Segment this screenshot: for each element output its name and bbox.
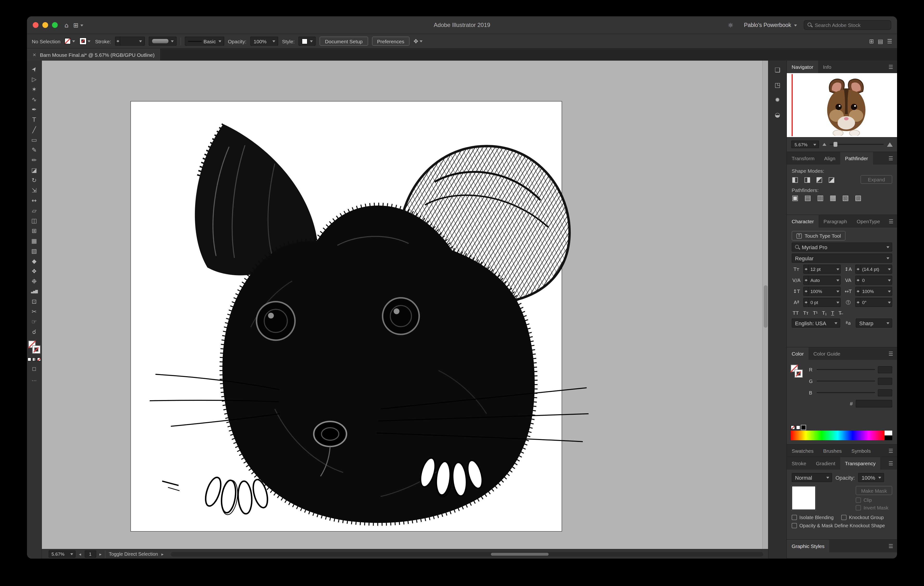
- tool-symbol-sprayer[interactable]: ❉: [27, 276, 41, 286]
- b-slider-row[interactable]: B: [809, 387, 892, 398]
- font-style-dropdown[interactable]: Regular: [792, 253, 892, 263]
- tool-rotate[interactable]: ↻: [27, 175, 41, 185]
- panel-menu-icon[interactable]: ☰: [884, 540, 897, 552]
- tool-perspective-grid[interactable]: ⊞: [27, 226, 41, 236]
- stepper[interactable]: [855, 287, 860, 295]
- pathfinder-minus-back[interactable]: ▨: [855, 194, 861, 202]
- format-underline[interactable]: T̲: [831, 310, 834, 316]
- stroke-control[interactable]: [80, 38, 91, 44]
- tool-column-graph[interactable]: ▃▅▇: [27, 286, 41, 296]
- tool-free-transform[interactable]: ▱: [27, 206, 41, 216]
- kerning-control[interactable]: V/A Auto: [792, 276, 840, 285]
- white-swatch[interactable]: [796, 425, 800, 430]
- panel-menu-icon[interactable]: ☰: [885, 215, 897, 227]
- tab-color-guide[interactable]: Color Guide: [808, 347, 845, 360]
- tab-align[interactable]: Align: [819, 152, 840, 165]
- isolate-blending-checkbox[interactable]: Isolate Blending: [792, 515, 833, 520]
- workspace-switcher-icon[interactable]: ▤: [878, 38, 883, 44]
- zoom-out-icon[interactable]: [822, 143, 826, 146]
- object-thumbnail[interactable]: [792, 486, 816, 510]
- format-subscript[interactable]: T₁: [822, 310, 827, 316]
- vertical-scrollbar[interactable]: [762, 61, 768, 549]
- fill-stroke-indicator[interactable]: [791, 365, 802, 377]
- zoom-level-dropdown[interactable]: 5.67%: [49, 550, 76, 558]
- tab-character[interactable]: Character: [787, 215, 818, 227]
- stepper[interactable]: [855, 276, 860, 284]
- g-slider-track[interactable]: [817, 380, 875, 382]
- tab-paragraph[interactable]: Paragraph: [818, 215, 852, 227]
- baseline-shift-control[interactable]: Aª 0 pt: [792, 298, 840, 307]
- panel-menu-icon[interactable]: ☰: [884, 457, 897, 469]
- tool-hand[interactable]: ☞: [27, 316, 41, 327]
- width-profile-dropdown[interactable]: [149, 36, 177, 46]
- gradient-button[interactable]: [32, 357, 36, 361]
- tool-mesh[interactable]: ▦: [27, 236, 41, 246]
- expand-button[interactable]: Expand: [861, 175, 892, 184]
- b-value-field[interactable]: [878, 389, 892, 396]
- dock-icon-asset-export[interactable]: ◳: [775, 81, 780, 89]
- stroke-swatch[interactable]: [33, 346, 40, 353]
- tab-swatches[interactable]: Swatches: [787, 444, 818, 457]
- make-mask-button[interactable]: Make Mask: [856, 486, 892, 495]
- leading-control[interactable]: ↕A (14.4 pt): [843, 265, 892, 274]
- stroke-swatch[interactable]: [80, 38, 86, 44]
- r-slider-row[interactable]: R: [809, 364, 892, 375]
- stepper[interactable]: [804, 265, 808, 273]
- stepper[interactable]: [855, 265, 860, 273]
- dock-icon-cc-libraries[interactable]: ❏: [775, 66, 780, 74]
- black-swatch[interactable]: [801, 425, 805, 430]
- vertical-scale-control[interactable]: ↕T 100%: [792, 287, 840, 296]
- tab-symbols[interactable]: Symbols: [846, 444, 876, 457]
- next-artboard-icon[interactable]: ▸: [99, 551, 102, 556]
- checkbox-icon[interactable]: [841, 515, 846, 520]
- tool-blend[interactable]: ❖: [27, 266, 41, 276]
- fill-control[interactable]: [64, 38, 76, 44]
- horizontal-scrollbar[interactable]: [171, 551, 763, 556]
- invert-mask-checkbox[interactable]: Invert Mask: [856, 505, 888, 510]
- stepper[interactable]: [855, 298, 860, 306]
- dock-icon-links[interactable]: ◒: [775, 111, 780, 119]
- tool-shape-builder[interactable]: ◫: [27, 216, 41, 226]
- format-small-caps[interactable]: Tᴛ: [803, 310, 808, 316]
- format-superscript[interactable]: T¹: [813, 310, 818, 316]
- close-tab-icon[interactable]: ×: [33, 51, 36, 58]
- document-tab[interactable]: × Barn Mouse Final.ai* @ 5.67% (RGB/GPU …: [27, 49, 161, 61]
- tool-zoom[interactable]: ☌: [27, 327, 41, 337]
- tab-transform[interactable]: Transform: [787, 152, 819, 165]
- share-control[interactable]: ✥: [413, 38, 424, 44]
- panel-menu-icon[interactable]: ☰: [884, 347, 897, 360]
- opacity-mask-define-checkbox[interactable]: Opacity & Mask Define Knockout Shape: [792, 523, 885, 528]
- blend-mode-dropdown[interactable]: Normal: [792, 473, 832, 482]
- opacity-field[interactable]: 100%: [250, 36, 278, 46]
- checkbox-icon[interactable]: [792, 523, 797, 528]
- g-value-field[interactable]: [878, 377, 892, 385]
- touch-type-tool-button[interactable]: T Touch Type Tool: [792, 231, 846, 240]
- tool-scale[interactable]: ⇲: [27, 185, 41, 195]
- stepper[interactable]: [804, 287, 808, 295]
- vertical-scrollbar-thumb[interactable]: [764, 285, 767, 328]
- color-spectrum[interactable]: [791, 431, 892, 440]
- tab-navigator[interactable]: Navigator: [787, 61, 818, 73]
- pathfinder-divide[interactable]: ▣: [792, 194, 799, 202]
- tool-pen[interactable]: ✒: [27, 104, 41, 115]
- stepper[interactable]: [804, 276, 808, 284]
- tool-width[interactable]: ↔: [27, 195, 41, 206]
- white-black-ramp[interactable]: [884, 431, 892, 440]
- search-input[interactable]: [815, 22, 888, 28]
- pathfinder-merge[interactable]: ▥: [817, 194, 824, 202]
- brush-definition-dropdown[interactable]: Basic: [185, 36, 224, 46]
- artboard-number-field[interactable]: 1: [84, 550, 96, 558]
- r-value-field[interactable]: [878, 366, 892, 373]
- tab-graphic-styles[interactable]: Graphic Styles: [787, 540, 830, 552]
- stepper[interactable]: [804, 298, 808, 306]
- panel-menu-icon[interactable]: ☰: [884, 61, 897, 73]
- minimize-window-button[interactable]: [42, 22, 48, 28]
- checkbox-icon[interactable]: [792, 515, 797, 520]
- clip-checkbox[interactable]: Clip: [856, 497, 872, 503]
- tab-stroke[interactable]: Stroke: [787, 457, 811, 469]
- tab-pathfinder[interactable]: Pathfinder: [840, 152, 873, 165]
- white-chip[interactable]: [884, 431, 892, 435]
- stroke-swatch[interactable]: [795, 370, 802, 377]
- document-setup-button[interactable]: Document Setup: [320, 36, 368, 46]
- opacity-dropdown[interactable]: 100%: [858, 473, 884, 482]
